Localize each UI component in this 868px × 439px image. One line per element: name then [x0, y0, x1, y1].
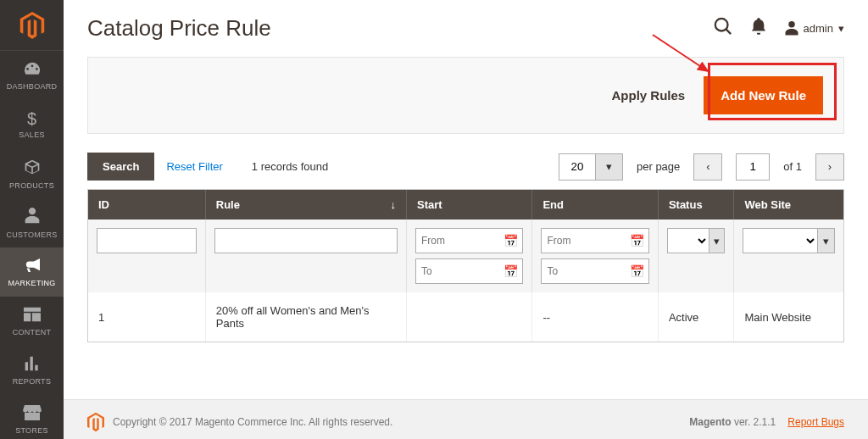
- layout-icon: [24, 307, 41, 325]
- megaphone-icon: [23, 258, 42, 275]
- filter-row: 📅 📅 📅 📅 ▾ ▾: [88, 220, 843, 292]
- sidebar-item-label: CONTENT: [13, 328, 52, 336]
- gauge-icon: [23, 61, 42, 79]
- reset-filter-link[interactable]: Reset Filter: [166, 160, 222, 173]
- calendar-icon[interactable]: 📅: [504, 234, 518, 247]
- magento-logo-icon: [87, 412, 104, 432]
- magento-logo-icon: [19, 12, 46, 39]
- filter-status[interactable]: [667, 228, 709, 253]
- sidebar-item-customers[interactable]: CUSTOMERS: [0, 198, 64, 247]
- search-icon[interactable]: [714, 17, 732, 40]
- per-page-input[interactable]: [559, 153, 596, 181]
- sidebar-item-reports[interactable]: REPORTS: [0, 346, 64, 395]
- user-icon: [785, 21, 798, 36]
- calendar-icon[interactable]: 📅: [504, 264, 518, 278]
- cell-status: Active: [658, 292, 734, 342]
- report-bugs-link[interactable]: Report Bugs: [787, 416, 844, 428]
- person-icon: [25, 208, 40, 227]
- col-header-rule[interactable]: Rule↓: [205, 190, 406, 220]
- sidebar-item-label: PRODUCTS: [9, 181, 54, 190]
- filter-rule[interactable]: [214, 228, 398, 253]
- sidebar-item-label: MARKETING: [8, 279, 55, 287]
- bell-icon[interactable]: [751, 18, 766, 39]
- cell-start: [407, 292, 532, 342]
- sidebar-item-marketing[interactable]: MARKETING: [0, 247, 64, 297]
- per-page-dropdown[interactable]: ▾: [596, 153, 623, 181]
- sidebar-item-dashboard[interactable]: DASHBOARD: [0, 51, 64, 100]
- apply-rules-button[interactable]: Apply Rules: [611, 88, 685, 103]
- sidebar-item-content[interactable]: CONTENT: [0, 297, 64, 346]
- sidebar-item-label: DASHBOARD: [7, 82, 58, 91]
- table-row[interactable]: 1 20% off all Women's and Men's Pants --…: [88, 292, 843, 342]
- col-header-end[interactable]: End: [532, 190, 658, 220]
- col-header-website[interactable]: Web Site: [734, 190, 843, 220]
- footer: Copyright © 2017 Magento Commerce Inc. A…: [64, 399, 868, 439]
- cell-rule: 20% off all Women's and Men's Pants: [205, 292, 406, 342]
- user-name: admin: [804, 22, 833, 35]
- filter-id[interactable]: [97, 228, 197, 253]
- copyright: Copyright © 2017 Magento Commerce Inc. A…: [113, 416, 392, 428]
- version: Magento ver. 2.1.1: [689, 416, 776, 428]
- col-header-start[interactable]: Start: [407, 190, 532, 220]
- user-menu[interactable]: admin ▾: [785, 21, 844, 36]
- add-new-rule-button[interactable]: Add New Rule: [704, 76, 823, 114]
- rules-grid: ID Rule↓ Start End Status Web Site 📅: [87, 189, 844, 342]
- cell-id: 1: [88, 292, 205, 342]
- chevron-down-icon[interactable]: ▾: [709, 228, 725, 253]
- chevron-left-icon: ‹: [706, 160, 709, 173]
- page-input[interactable]: [736, 153, 770, 181]
- next-page-button[interactable]: ›: [815, 153, 844, 181]
- sidebar: DASHBOARD $ SALES PRODUCTS CUSTOMERS MAR…: [0, 0, 64, 439]
- bar-chart-icon: [24, 356, 41, 374]
- sidebar-item-label: CUSTOMERS: [6, 231, 57, 239]
- cell-end: --: [532, 292, 658, 342]
- filter-website[interactable]: [743, 228, 816, 253]
- calendar-icon[interactable]: 📅: [630, 234, 644, 247]
- sidebar-item-label: STORES: [15, 426, 48, 435]
- sidebar-item-stores[interactable]: STORES: [0, 395, 64, 439]
- prev-page-button[interactable]: ‹: [693, 153, 722, 181]
- chevron-down-icon: ▾: [838, 22, 844, 35]
- grid-controls: Search Reset Filter 1 records found ▾ pe…: [87, 153, 844, 181]
- col-header-id[interactable]: ID: [88, 190, 205, 220]
- action-bar: Apply Rules Add New Rule: [87, 57, 844, 134]
- logo[interactable]: [0, 0, 64, 51]
- sidebar-item-label: REPORTS: [13, 377, 51, 386]
- calendar-icon[interactable]: 📅: [630, 264, 644, 278]
- chevron-down-icon[interactable]: ▾: [817, 228, 835, 253]
- sidebar-item-products[interactable]: PRODUCTS: [0, 149, 64, 198]
- storefront-icon: [23, 405, 42, 423]
- search-button[interactable]: Search: [87, 153, 154, 181]
- sidebar-item-label: SALES: [19, 131, 45, 139]
- box-icon: [24, 158, 41, 178]
- of-label: of 1: [783, 160, 802, 173]
- chevron-right-icon: ›: [828, 160, 832, 173]
- sort-arrow-icon: ↓: [391, 198, 397, 211]
- col-header-status[interactable]: Status: [658, 190, 734, 220]
- page-title: Catalog Price Rule: [87, 15, 271, 42]
- dollar-icon: $: [27, 110, 36, 127]
- header: Catalog Price Rule admin ▾: [64, 0, 868, 48]
- cell-website: Main Website: [734, 292, 843, 342]
- sidebar-item-sales[interactable]: $ SALES: [0, 100, 64, 149]
- records-found: 1 records found: [252, 160, 328, 173]
- per-page-label: per page: [637, 160, 680, 173]
